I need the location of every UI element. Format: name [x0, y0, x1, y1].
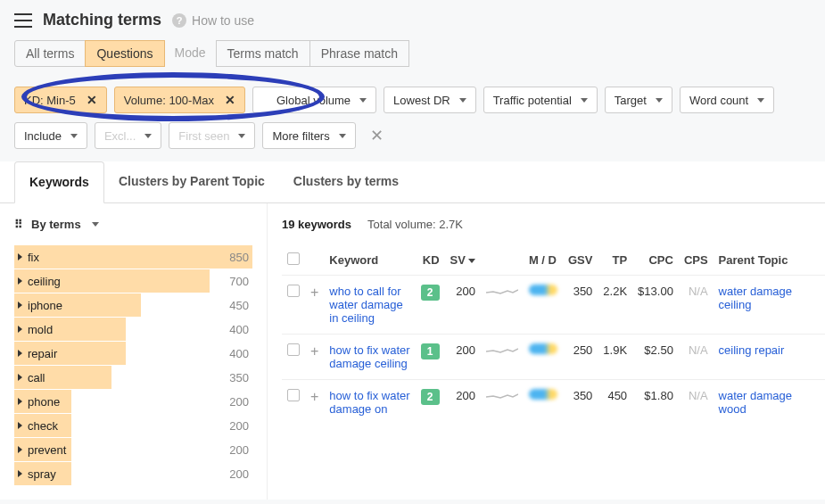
- by-terms-dropdown[interactable]: ⠿ By terms: [14, 218, 252, 231]
- chevron-down-icon: [757, 98, 764, 103]
- keyword-link[interactable]: how to fix water damage ceiling: [329, 343, 410, 370]
- term-row[interactable]: fix 850: [14, 245, 252, 269]
- filter-volume[interactable]: Volume: 100-Max ✕: [114, 87, 245, 113]
- filter-volume-label: Volume: 100-Max: [124, 94, 214, 107]
- chevron-down-icon: [70, 134, 78, 138]
- chevron-down-icon: [92, 222, 99, 227]
- sv-value: 200: [445, 380, 481, 426]
- caret-right-icon: [18, 302, 22, 309]
- kd-badge: 2: [421, 285, 440, 301]
- cpc-value: $13.00: [632, 276, 679, 335]
- select-all-checkbox[interactable]: [287, 252, 300, 265]
- term-count: 700: [229, 275, 249, 288]
- col-kd[interactable]: KD: [416, 245, 445, 276]
- row-checkbox[interactable]: [287, 285, 300, 297]
- tab-phrase-match[interactable]: Phrase match: [309, 40, 409, 67]
- md-chart: [529, 285, 557, 295]
- term-label: iphone: [28, 299, 62, 312]
- filter-word-count[interactable]: Word count: [680, 87, 774, 113]
- term-count: 450: [229, 299, 249, 312]
- term-row[interactable]: repair 400: [14, 342, 252, 365]
- filter-hidden-2[interactable]: First seen: [169, 122, 255, 149]
- expand-icon[interactable]: +: [310, 343, 318, 359]
- cpc-value: $1.80: [632, 380, 679, 426]
- term-label: call: [28, 371, 45, 384]
- caret-right-icon: [18, 374, 22, 381]
- chevron-down-icon: [359, 98, 367, 103]
- tab-mode-label: Mode: [164, 40, 217, 67]
- term-row[interactable]: mold 400: [14, 318, 252, 341]
- term-count: 200: [229, 443, 249, 457]
- term-count: 200: [229, 395, 249, 409]
- term-row[interactable]: phone 200: [14, 390, 252, 413]
- col-keyword[interactable]: Keyword: [324, 245, 416, 276]
- tab-questions[interactable]: Questions: [85, 40, 164, 67]
- chevron-down-icon: [238, 134, 245, 138]
- kd-badge: 2: [421, 389, 440, 405]
- how-to-use-label: How to use: [192, 13, 254, 28]
- gsv-value: 350: [563, 380, 598, 426]
- col-parent-topic[interactable]: Parent Topic: [714, 245, 825, 276]
- tab-keywords[interactable]: Keywords: [14, 161, 104, 203]
- clear-filters[interactable]: ✕: [363, 122, 391, 149]
- chevron-down-icon: [656, 98, 663, 103]
- col-gsv[interactable]: GSV: [563, 245, 598, 276]
- filter-kd-label: KD: Min-5: [24, 94, 76, 107]
- col-md[interactable]: M / D: [524, 245, 563, 276]
- keyword-link[interactable]: who to call for water damage in ceiling: [329, 285, 410, 325]
- row-checkbox[interactable]: [287, 343, 300, 356]
- filter-hidden-1[interactable]: Excl...: [95, 122, 161, 149]
- parent-topic-link[interactable]: ceiling repair: [719, 343, 785, 357]
- sort-desc-icon: [468, 259, 475, 263]
- tab-clusters-parent[interactable]: Clusters by Parent Topic: [104, 161, 279, 202]
- filter-traffic-potential[interactable]: Traffic potential: [483, 87, 598, 113]
- filter-more-label: More filters: [272, 129, 329, 143]
- close-icon[interactable]: ✕: [87, 93, 97, 107]
- table-row: + how to fix water damage on 2 200 350 4…: [282, 380, 825, 426]
- expand-icon[interactable]: +: [310, 285, 318, 300]
- chevron-down-icon: [339, 134, 346, 138]
- filter-global-volume-label: Global volume: [276, 94, 351, 107]
- help-icon: ?: [172, 13, 186, 28]
- filter-target[interactable]: Target: [605, 87, 672, 113]
- menu-icon[interactable]: [14, 13, 32, 28]
- parent-topic-link[interactable]: water damage wood: [719, 389, 792, 416]
- expand-icon[interactable]: +: [310, 389, 318, 404]
- term-label: ceiling: [28, 275, 61, 288]
- filter-include[interactable]: Include: [14, 122, 87, 149]
- parent-topic-link[interactable]: water damage ceiling: [719, 285, 792, 311]
- term-row[interactable]: call 350: [14, 366, 252, 389]
- filter-global-volume[interactable]: Global volume: [252, 87, 376, 113]
- term-row[interactable]: check 200: [14, 414, 252, 437]
- col-sv[interactable]: SV: [445, 245, 481, 276]
- caret-right-icon: [18, 446, 22, 453]
- cluster-icon: ⠿: [14, 218, 24, 231]
- term-row[interactable]: prevent 200: [14, 438, 252, 461]
- caret-right-icon: [18, 350, 22, 357]
- how-to-use[interactable]: ? How to use: [172, 13, 254, 28]
- term-count: 350: [229, 371, 249, 384]
- keyword-count: 19 keywords: [282, 218, 351, 231]
- term-label: prevent: [28, 443, 66, 457]
- row-checkbox[interactable]: [287, 389, 300, 401]
- table-row: + who to call for water damage in ceilin…: [282, 276, 825, 335]
- term-row[interactable]: iphone 450: [14, 293, 252, 317]
- col-tp[interactable]: TP: [598, 245, 632, 276]
- term-row[interactable]: spray 200: [14, 462, 252, 485]
- col-cpc[interactable]: CPC: [632, 245, 679, 276]
- sv-value: 200: [445, 276, 481, 335]
- term-count: 200: [229, 467, 249, 481]
- tab-clusters-terms[interactable]: Clusters by terms: [279, 161, 413, 202]
- close-icon[interactable]: ✕: [225, 93, 235, 107]
- col-trend[interactable]: [481, 245, 524, 276]
- filter-kd[interactable]: KD: Min-5 ✕: [14, 87, 107, 113]
- filter-more[interactable]: More filters: [262, 122, 355, 149]
- col-cps[interactable]: CPS: [679, 245, 714, 276]
- tab-terms-match[interactable]: Terms match: [216, 40, 310, 67]
- term-row[interactable]: ceiling 700: [14, 269, 252, 293]
- tp-value: 450: [598, 380, 632, 426]
- filter-lowest-dr[interactable]: Lowest DR: [384, 87, 476, 113]
- tab-all-terms[interactable]: All terms: [14, 40, 86, 67]
- keyword-link[interactable]: how to fix water damage on: [329, 389, 410, 416]
- table-row: + how to fix water damage ceiling 1 200 …: [282, 335, 825, 380]
